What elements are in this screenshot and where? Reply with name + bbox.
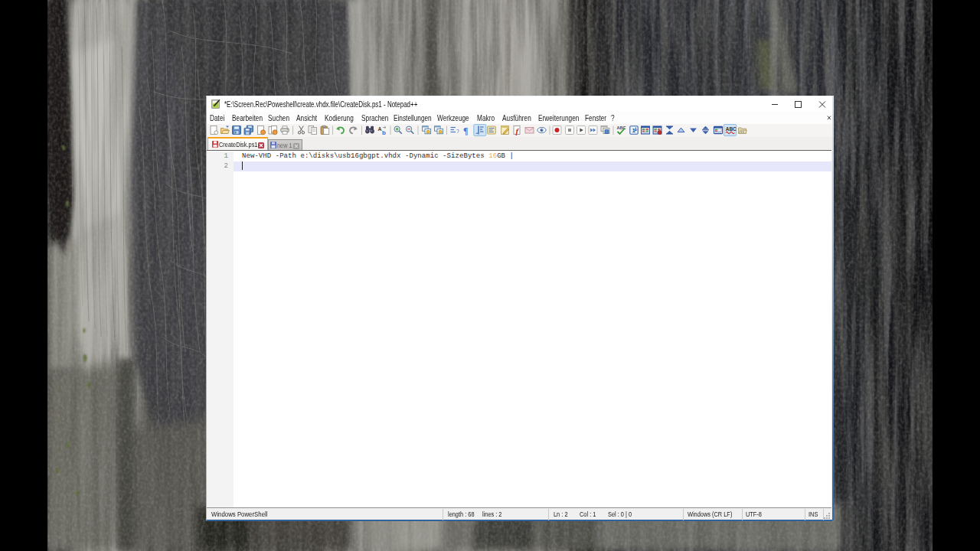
svg-text:ABC: ABC: [726, 126, 737, 132]
svg-text:¶: ¶: [463, 126, 468, 136]
svg-text:A: A: [378, 126, 382, 132]
svg-text:b: b: [382, 129, 386, 136]
